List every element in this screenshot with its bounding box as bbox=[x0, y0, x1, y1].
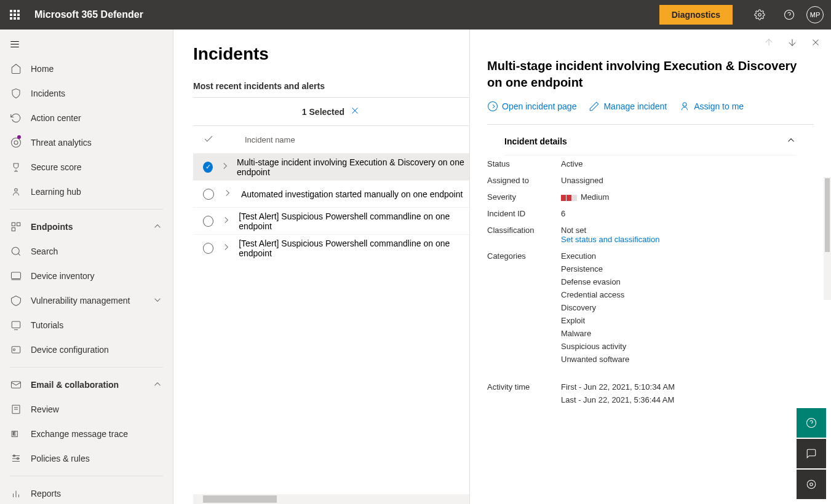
row-checkbox[interactable] bbox=[203, 243, 213, 254]
incident-name: [Test Alert] Suspicious Powershell comma… bbox=[239, 211, 469, 231]
nav-review[interactable]: Review bbox=[0, 397, 173, 422]
category-item: Credential access bbox=[561, 290, 814, 299]
svg-point-41 bbox=[683, 103, 686, 106]
chevron-right-icon[interactable] bbox=[213, 215, 239, 227]
help-icon[interactable] bbox=[774, 0, 804, 30]
close-panel-icon[interactable] bbox=[810, 37, 821, 50]
exchange-icon: E bbox=[10, 428, 22, 440]
hamburger-icon[interactable] bbox=[0, 32, 30, 57]
svg-point-40 bbox=[488, 102, 498, 111]
navigation-sidebar: Home Incidents Action center Threat anal… bbox=[0, 30, 173, 504]
tab-recent-incidents[interactable]: Most recent incidents and alerts bbox=[193, 81, 469, 98]
svg-rect-20 bbox=[12, 382, 21, 388]
info-float-button[interactable] bbox=[797, 470, 826, 499]
categories-list: ExecutionPersistenceDefense evasionCrede… bbox=[561, 251, 814, 368]
nav-exchange-trace[interactable]: EExchange message trace bbox=[0, 422, 173, 446]
column-incident-name[interactable]: Incident name bbox=[245, 135, 295, 144]
nav-vulnerability-management[interactable]: Vulnerability management bbox=[0, 288, 173, 313]
nav-learning-hub[interactable]: Learning hub bbox=[0, 179, 173, 204]
incident-name: [Test Alert] Suspicious Powershell comma… bbox=[239, 238, 469, 258]
manage-incident-link[interactable]: Manage incident bbox=[589, 101, 667, 112]
svg-point-42 bbox=[807, 419, 816, 428]
chevron-right-icon[interactable] bbox=[213, 242, 239, 254]
incident-row[interactable]: Automated investigation started manually… bbox=[193, 180, 469, 207]
svg-point-12 bbox=[12, 247, 19, 254]
main-content: Incidents Most recent incidents and aler… bbox=[173, 30, 469, 504]
nav-action-center[interactable]: Action center bbox=[0, 106, 173, 130]
nav-secure-score[interactable]: Secure score bbox=[0, 155, 173, 179]
feedback-float-button[interactable] bbox=[797, 439, 826, 468]
next-incident-icon[interactable] bbox=[787, 37, 798, 50]
chevron-up-icon bbox=[785, 135, 797, 148]
incident-details-section[interactable]: Incident details bbox=[504, 125, 797, 156]
svg-point-44 bbox=[807, 480, 816, 489]
row-checkbox[interactable] bbox=[203, 216, 213, 227]
svg-point-45 bbox=[810, 483, 813, 486]
label-incident-id: Incident ID bbox=[487, 209, 561, 218]
history-icon bbox=[10, 112, 22, 124]
nav-tutorials[interactable]: Tutorials bbox=[0, 313, 173, 337]
nav-incidents[interactable]: Incidents bbox=[0, 81, 173, 106]
device-icon bbox=[10, 270, 22, 282]
nav-device-inventory[interactable]: Device inventory bbox=[0, 264, 173, 288]
chevron-up-icon bbox=[152, 221, 163, 234]
nav-email-collaboration[interactable]: Email & collaboration bbox=[0, 372, 173, 397]
nav-endpoints[interactable]: Endpoints bbox=[0, 215, 173, 239]
category-item: Malware bbox=[561, 329, 814, 338]
incident-name: Automated investigation started manually… bbox=[241, 189, 463, 199]
svg-point-6 bbox=[12, 138, 21, 148]
value-classification: Not set bbox=[561, 226, 814, 235]
nav-policies-rules[interactable]: Policies & rules bbox=[0, 446, 173, 471]
value-incident-id: 6 bbox=[561, 209, 814, 218]
settings-icon[interactable] bbox=[745, 0, 774, 30]
svg-point-7 bbox=[14, 141, 18, 144]
app-launcher-icon[interactable] bbox=[0, 0, 30, 30]
set-classification-link[interactable]: Set status and classification bbox=[561, 235, 814, 244]
row-checkbox[interactable]: ✓ bbox=[203, 162, 213, 173]
label-assigned-to: Assigned to bbox=[487, 176, 561, 185]
panel-title: Multi-stage incident involving Execution… bbox=[470, 50, 831, 101]
diagnostics-button[interactable]: Diagnostics bbox=[659, 5, 733, 25]
chevron-right-icon[interactable] bbox=[214, 187, 241, 200]
svg-rect-16 bbox=[12, 321, 20, 328]
incident-row[interactable]: [Test Alert] Suspicious Powershell comma… bbox=[193, 207, 469, 234]
endpoints-icon bbox=[10, 221, 22, 233]
assign-to-me-link[interactable]: Assign to me bbox=[679, 101, 744, 112]
user-avatar[interactable]: MP bbox=[806, 6, 824, 23]
incident-row[interactable]: ✓Multi-stage incident involving Executio… bbox=[193, 153, 469, 180]
label-categories: Categories bbox=[487, 251, 561, 368]
nav-device-configuration[interactable]: Device configuration bbox=[0, 337, 173, 362]
svg-point-8 bbox=[15, 189, 18, 192]
category-item: Discovery bbox=[561, 303, 814, 312]
row-checkbox[interactable] bbox=[203, 189, 214, 200]
nav-threat-analytics[interactable]: Threat analytics bbox=[0, 130, 173, 155]
chevron-up-icon bbox=[152, 379, 163, 392]
mail-icon bbox=[10, 379, 22, 391]
chevron-right-icon[interactable] bbox=[213, 160, 237, 173]
nav-reports[interactable]: Reports bbox=[0, 481, 173, 504]
help-float-button[interactable] bbox=[797, 408, 826, 438]
select-all-checkbox[interactable] bbox=[203, 133, 230, 146]
value-last-activity: Last - Jun 22, 2021, 5:36:44 AM bbox=[561, 395, 814, 404]
horizontal-scrollbar[interactable] bbox=[193, 494, 469, 504]
panel-scrollbar[interactable] bbox=[824, 177, 831, 300]
notification-dot bbox=[17, 135, 21, 139]
svg-rect-9 bbox=[12, 222, 15, 226]
value-assigned-to: Unassigned bbox=[561, 176, 814, 185]
svg-point-0 bbox=[758, 14, 761, 17]
value-first-activity: First - Jun 22, 2021, 5:10:34 AM bbox=[561, 382, 814, 392]
svg-line-13 bbox=[18, 253, 20, 255]
nav-home[interactable]: Home bbox=[0, 57, 173, 81]
label-severity: Severity bbox=[487, 192, 561, 202]
category-item: Execution bbox=[561, 251, 814, 261]
open-incident-page-link[interactable]: Open incident page bbox=[487, 101, 576, 112]
nav-search[interactable]: Search bbox=[0, 239, 173, 264]
reports-icon bbox=[10, 487, 22, 500]
incident-row[interactable]: [Test Alert] Suspicious Powershell comma… bbox=[193, 234, 469, 261]
svg-rect-10 bbox=[17, 222, 20, 226]
clear-selection-icon[interactable] bbox=[349, 105, 360, 118]
review-icon bbox=[10, 403, 22, 415]
incident-name: Multi-stage incident involving Execution… bbox=[237, 157, 469, 177]
label-status: Status bbox=[487, 159, 561, 168]
learning-icon bbox=[10, 186, 22, 198]
